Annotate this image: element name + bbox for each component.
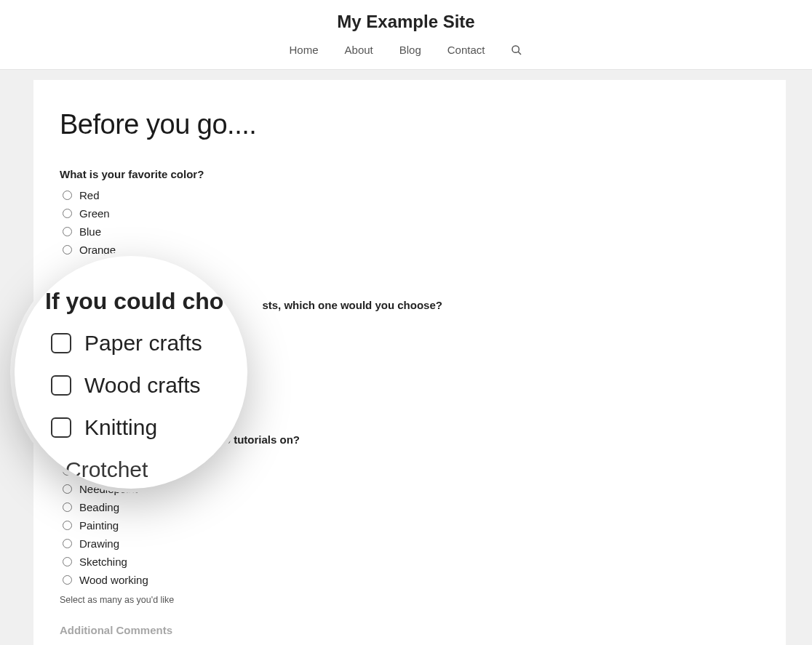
q1-option: Orange (60, 241, 760, 259)
q3-option: Drawing (60, 534, 760, 553)
q1-option: Green (60, 204, 760, 223)
q3-option-label: Sketching (79, 556, 127, 568)
q3-option: Painting (60, 516, 760, 534)
magnifier-overlay: If you could cho Paper crafts Wood craft… (15, 256, 247, 489)
q3-radio-needlepoint[interactable] (63, 484, 72, 494)
q1-option: Red (60, 186, 760, 204)
checkbox-icon[interactable] (51, 375, 71, 396)
q3-radio-beading[interactable] (63, 502, 72, 512)
q1-option-label: Green (79, 207, 110, 220)
q1-option-label: Orange (79, 244, 116, 256)
q3-radio-sketching[interactable] (63, 557, 72, 566)
q1-option-label: Blue (79, 225, 101, 238)
magnifier-label: Paper crafts (84, 331, 202, 356)
q1-radio-orange[interactable] (63, 245, 72, 255)
q3-option-label: Painting (79, 519, 119, 532)
q3-radio-painting[interactable] (63, 521, 72, 530)
q1-option: Blue (60, 223, 760, 241)
magnifier-item: Knitting (51, 415, 247, 440)
additional-comments-label: Additional Comments (60, 624, 760, 636)
nav-blog[interactable]: Blog (399, 44, 421, 56)
site-title: My Example Site (0, 7, 812, 44)
magnifier-label: Wood crafts (84, 373, 201, 398)
nav-contact[interactable]: Contact (447, 44, 485, 56)
checkbox-icon[interactable] (51, 417, 71, 438)
magnifier-item: Paper crafts (51, 331, 247, 356)
q3-option: Sketching (60, 553, 760, 571)
magnifier-label: Knitting (84, 415, 157, 440)
q3-option-label: Wood working (79, 574, 148, 586)
q1-label: What is your favorite color? (60, 168, 760, 180)
q3-option-label: Beading (79, 501, 119, 513)
magnifier-item: Wood crafts (51, 373, 247, 398)
site-header: My Example Site Home About Blog Contact (0, 0, 812, 70)
search-icon[interactable] (511, 44, 522, 56)
q3-option-label: Drawing (79, 537, 119, 550)
q3-radio-woodworking[interactable] (63, 575, 72, 585)
q3-radio-drawing[interactable] (63, 539, 72, 548)
q1-radio-green[interactable] (63, 209, 72, 218)
main-nav: Home About Blog Contact (0, 44, 812, 69)
q1-radio-blue[interactable] (63, 227, 72, 236)
q3-option: Beading (60, 498, 760, 516)
q3-option: Wood working (60, 571, 760, 589)
q3-hint: Select as many as you'd like (60, 595, 760, 605)
checkbox-icon[interactable] (51, 333, 71, 353)
nav-about[interactable]: About (345, 44, 373, 56)
svg-line-1 (518, 52, 521, 55)
q1-option-label: Red (79, 189, 100, 201)
nav-home[interactable]: Home (290, 44, 319, 56)
svg-point-0 (512, 46, 519, 52)
page-title: Before you go.... (60, 109, 760, 140)
q1-radio-red[interactable] (63, 191, 72, 200)
